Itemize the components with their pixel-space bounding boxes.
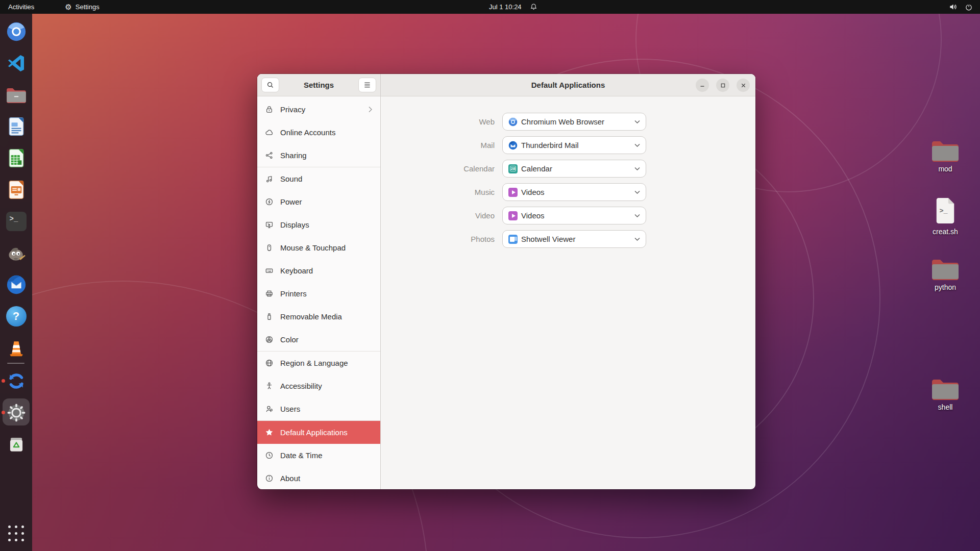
chevron-right-icon [368,106,373,113]
close-button[interactable] [737,79,750,92]
mouse-icon [265,243,274,252]
dropdown-value: Calendar [521,164,552,173]
dock-item-help[interactable]: ? [5,305,28,328]
maximize-icon [720,82,726,89]
row-label: Calendar [381,164,502,173]
svg-text:>_: >_ [940,207,948,215]
dock-item-thunderbird[interactable] [5,273,28,296]
row-label: Music [381,188,502,196]
close-icon [740,82,747,89]
desktop-icon-label: creat.sh [921,228,970,236]
dock-item-vscode[interactable] [5,52,28,74]
search-button[interactable] [261,78,279,92]
desktop-icon-creat-sh[interactable]: >_ creat.sh [921,197,970,236]
desktop-icon-mod[interactable]: mod [921,139,970,173]
chevron-down-icon [634,167,640,171]
sidebar-item-date-time[interactable]: Date & Time [257,444,380,467]
dock-item-libreoffice-writer[interactable] [5,115,28,138]
sidebar-item-sharing[interactable]: Sharing [257,144,380,167]
menu-button[interactable] [358,78,376,92]
display-icon [265,220,274,229]
sidebar-item-online-accounts[interactable]: Online Accounts [257,121,380,144]
sidebar-item-privacy[interactable]: Privacy [257,98,380,121]
files-folder-icon [6,86,27,104]
dock-item-software-updater[interactable] [5,369,28,392]
calendar-app-dropdown[interactable]: 28 Calendar [502,160,646,178]
libreoffice-impress-icon [7,180,26,200]
sidebar-item-label: Date & Time [280,451,323,460]
activities-button[interactable]: Activities [0,0,42,14]
web-row: Web Chromium Web Browser [381,113,755,131]
sidebar-item-label: Default Applications [280,428,348,437]
sidebar-item-region-language[interactable]: Region & Language [257,352,380,374]
keyboard-icon [265,266,274,275]
vscode-icon [6,53,27,73]
app-menu-label: Settings [76,3,100,11]
sidebar-list: Privacy Online Accounts [257,96,380,489]
music-app-dropdown[interactable]: Videos [502,183,646,201]
dock-item-libreoffice-impress[interactable] [5,178,28,201]
chevron-down-icon [634,214,640,218]
system-status-area[interactable] [949,0,976,14]
dropdown-value: Videos [521,188,545,196]
row-label: Photos [381,235,502,243]
videos-icon [508,211,518,220]
dock-item-vlc[interactable] [5,336,28,359]
sidebar-item-removable-media[interactable]: Removable Media [257,305,380,328]
desktop-icon-python[interactable]: python [921,258,970,291]
sidebar-item-color[interactable]: Color [257,328,380,351]
libreoffice-writer-icon [7,116,26,137]
web-app-dropdown[interactable]: Chromium Web Browser [502,113,646,131]
sidebar-item-keyboard[interactable]: Keyboard [257,259,380,282]
photos-app-dropdown[interactable]: Shotwell Viewer [502,230,646,248]
sidebar-item-about[interactable]: About [257,467,380,489]
dock-item-gimp[interactable] [5,241,28,264]
calendar-day-number: 28 [510,166,517,171]
dock-item-files[interactable] [5,83,28,106]
sidebar-item-power[interactable]: Power [257,190,380,213]
video-app-dropdown[interactable]: Videos [502,207,646,224]
trash-icon [7,435,26,454]
dock-item-trash[interactable] [5,433,28,456]
sidebar-item-printers[interactable]: Printers [257,282,380,305]
videos-icon [508,188,518,197]
desktop-icon-shell[interactable]: shell [921,378,970,411]
sidebar-item-default-applications[interactable]: Default Applications [257,421,380,444]
maximize-button[interactable] [716,79,729,92]
power-circle-icon [265,197,274,206]
sidebar-item-label: Displays [280,220,309,229]
dock-item-app-grid[interactable] [5,522,28,545]
dock-separator [7,363,24,364]
dock-item-settings[interactable] [5,401,28,424]
mail-app-dropdown[interactable]: Thunderbird Mail [502,136,646,154]
main-headerbar: Default Applications [381,74,755,96]
row-label: Web [381,117,502,126]
printer-icon [265,289,274,298]
video-row: Video Videos [381,207,755,224]
dock-item-libreoffice-calc[interactable] [5,146,28,169]
thunderbird-icon [6,274,27,295]
help-icon: ? [6,306,27,327]
sidebar-item-displays[interactable]: Displays [257,213,380,236]
sidebar-item-accessibility[interactable]: Accessibility [257,374,380,397]
power-icon [965,3,973,11]
volume-icon [949,3,958,11]
minimize-button[interactable] [696,79,709,92]
sidebar-item-mouse-touchpad[interactable]: Mouse & Touchpad [257,236,380,259]
app-menu-button[interactable]: ⚙ Settings [65,0,99,14]
shell-script-icon: >_ [934,197,957,224]
sidebar-item-label: Accessibility [280,382,322,390]
music-row: Music Videos [381,183,755,201]
dock-item-terminal[interactable]: >_ [5,210,28,233]
gear-icon: ⚙ [65,3,71,11]
sidebar-item-label: Mouse & Touchpad [280,243,346,252]
chevron-down-icon [634,120,640,124]
clock-menu[interactable]: Jul 1 10:24 [489,0,537,14]
calendar-row: Calendar 28 Calendar [381,160,755,178]
software-updater-icon [6,371,27,391]
dock-item-chromium[interactable] [5,20,28,43]
sidebar-item-label: Privacy [280,105,305,114]
chevron-down-icon [634,143,640,147]
sidebar-item-users[interactable]: Users [257,397,380,420]
sidebar-item-sound[interactable]: Sound [257,167,380,190]
